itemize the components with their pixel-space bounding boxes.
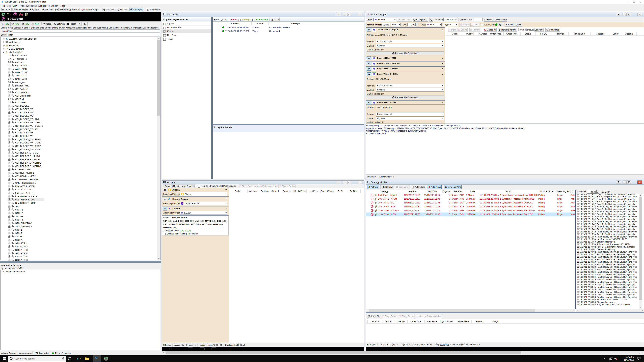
svg-text:T: T bbox=[500, 24, 501, 25]
svg-text:“: “ bbox=[416, 315, 418, 318]
svg-text:?: ? bbox=[85, 23, 86, 25]
svg-text:Y!: Y! bbox=[182, 203, 183, 204]
svg-text:“: “ bbox=[30, 8, 31, 11]
